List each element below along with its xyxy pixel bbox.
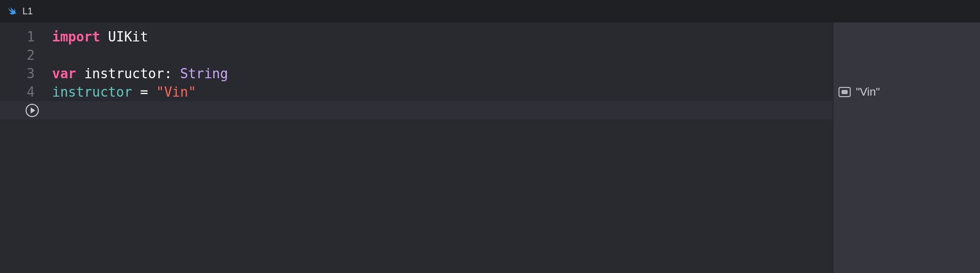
- code-line[interactable]: [52, 46, 833, 64]
- editor-pane[interactable]: 1 2 3 4 import UIKit var instructor: Str…: [0, 22, 833, 273]
- code-line[interactable]: import UIKit: [52, 28, 833, 46]
- line-number: 3: [0, 64, 45, 83]
- current-line-highlight: [0, 101, 833, 120]
- result-value: "Vin": [856, 85, 880, 99]
- results-pane: "Vin": [833, 22, 980, 273]
- result-spacer: [833, 28, 980, 46]
- swift-icon: [7, 6, 17, 16]
- file-title: L1: [22, 6, 33, 17]
- line-number: 1: [0, 28, 45, 46]
- quicklook-icon[interactable]: [838, 87, 851, 97]
- line-number: 4: [0, 83, 45, 101]
- titlebar: L1: [0, 0, 980, 22]
- main-area: 1 2 3 4 import UIKit var instructor: Str…: [0, 22, 980, 273]
- result-row[interactable]: "Vin": [833, 83, 980, 101]
- code-line[interactable]: instructor = "Vin": [52, 83, 833, 101]
- result-spacer: [833, 64, 980, 83]
- code-area[interactable]: import UIKit var instructor: String inst…: [52, 28, 833, 101]
- code-line[interactable]: var instructor: String: [52, 64, 833, 83]
- gutter: 1 2 3 4: [0, 22, 45, 273]
- result-spacer: [833, 46, 980, 64]
- line-number: 2: [0, 46, 45, 64]
- play-icon[interactable]: [26, 104, 39, 117]
